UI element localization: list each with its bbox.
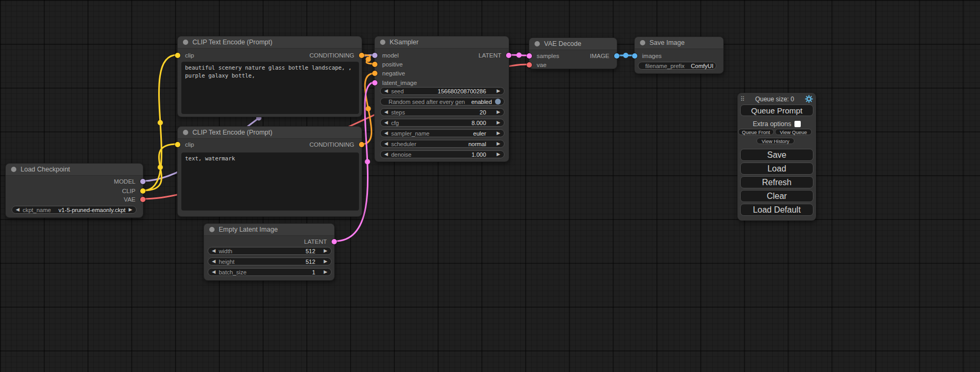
node-titlebar[interactable]: Load Checkpoint — [6, 164, 143, 176]
widget-random-seed-toggle[interactable]: Random seed after every gen enabled — [380, 98, 504, 106]
stepper-left-arrow-icon[interactable]: ◀ — [384, 131, 388, 136]
collapse-dot-icon[interactable] — [209, 227, 215, 232]
node-titlebar[interactable]: VAE Decode — [529, 38, 617, 50]
node-titlebar[interactable]: CLIP Text Encode (Prompt) — [178, 36, 362, 49]
widget-seed[interactable]: ◀ seed 156680208700286 ▶ — [380, 87, 504, 95]
node-titlebar[interactable]: Empty Latent Image — [204, 224, 334, 236]
link-midpoint-dot-cond_pos[interactable] — [366, 57, 371, 62]
stepper-left-arrow-icon[interactable]: ◀ — [384, 89, 388, 93]
port-dot-conditioning[interactable] — [359, 53, 364, 58]
node-clip-text-encode-negative[interactable]: CLIP Text Encode (Prompt) clip CONDITION… — [177, 126, 362, 217]
output-port-conditioning[interactable]: CONDITIONING — [178, 51, 362, 60]
input-port-negative[interactable]: negative — [375, 69, 509, 78]
widget-steps[interactable]: ◀ steps 20 ▶ — [380, 108, 504, 116]
input-port-images[interactable]: images — [635, 52, 723, 60]
node-titlebar[interactable]: CLIP Text Encode (Prompt) — [178, 127, 362, 139]
input-port-positive[interactable]: positive — [375, 60, 509, 69]
stepper-left-arrow-icon[interactable]: ◀ — [384, 110, 388, 115]
stepper-left-arrow-icon[interactable]: ◀ — [384, 152, 388, 157]
stepper-right-arrow-icon[interactable]: ▶ — [497, 131, 500, 136]
widget-denoise[interactable]: ◀ denoise 1.000 ▶ — [380, 150, 504, 158]
refresh-button[interactable]: Refresh — [740, 176, 813, 188]
port-dot-latent[interactable] — [332, 239, 337, 244]
node-empty-latent-image[interactable]: Empty Latent Image LATENT ◀ width 512 ▶ … — [203, 223, 335, 281]
link-midpoint-dot-latent[interactable] — [365, 159, 370, 165]
port-dot-image[interactable] — [614, 53, 619, 59]
queue-front-button[interactable]: Queue Front — [738, 129, 774, 135]
stepper-right-arrow-icon[interactable]: ▶ — [497, 141, 500, 146]
widget-batch-size[interactable]: ◀ batch_size 1 ▶ — [208, 268, 332, 276]
port-dot-positive[interactable] — [372, 62, 377, 67]
node-titlebar[interactable]: KSampler — [375, 36, 509, 49]
output-port-latent[interactable]: LATENT — [204, 237, 334, 246]
output-port-conditioning[interactable]: CONDITIONING — [178, 140, 362, 149]
prompt-textarea[interactable]: beautiful scenery nature glass bottle la… — [181, 62, 359, 114]
stepper-right-arrow-icon[interactable]: ▶ — [497, 89, 500, 93]
link-midpoint-dot-cond_neg[interactable] — [366, 106, 371, 111]
settings-gear-icon[interactable] — [805, 95, 813, 103]
stepper-left-arrow-icon[interactable]: ◀ — [212, 249, 216, 253]
collapse-dot-icon[interactable] — [640, 40, 645, 45]
drag-handle[interactable]: ⠿ — [740, 96, 744, 103]
link-midpoint-dot-ks_latent[interactable] — [517, 53, 522, 58]
link-midpoint-dot-clip_neg[interactable] — [158, 165, 163, 170]
stepper-left-arrow-icon[interactable]: ◀ — [384, 120, 388, 125]
port-dot-latent-image[interactable] — [372, 80, 377, 85]
stepper-left-arrow-icon[interactable]: ◀ — [384, 141, 388, 146]
stepper-right-arrow-icon[interactable]: ▶ — [497, 120, 500, 125]
collapse-dot-icon[interactable] — [535, 41, 540, 46]
widget-width[interactable]: ◀ width 512 ▶ — [208, 247, 332, 255]
port-dot-model[interactable] — [140, 179, 145, 184]
node-titlebar[interactable]: Save Image — [635, 37, 723, 49]
widget-scheduler[interactable]: ◀ scheduler normal ▶ — [380, 140, 504, 148]
widget-height[interactable]: ◀ height 512 ▶ — [208, 257, 332, 265]
widget-filename-prefix[interactable]: filename_prefix ComfyUI — [638, 62, 716, 70]
collapse-dot-icon[interactable] — [183, 40, 188, 45]
input-port-latent-image[interactable]: latent_image — [375, 79, 509, 87]
port-dot-latent[interactable] — [506, 53, 511, 58]
collapse-dot-icon[interactable] — [11, 167, 16, 172]
input-port-vae[interactable]: vae — [529, 61, 617, 69]
output-port-image[interactable]: IMAGE — [529, 52, 617, 60]
widget-cfg[interactable]: ◀ cfg 8.000 ▶ — [380, 119, 504, 127]
prompt-textarea[interactable]: text, watermark — [181, 152, 359, 211]
load-button[interactable]: Load — [740, 163, 813, 175]
view-history-button[interactable]: View History — [756, 138, 794, 144]
node-load-checkpoint[interactable]: Load Checkpoint MODEL CLIP VAE ◀ ckpt_na… — [5, 163, 143, 218]
node-clip-text-encode-positive[interactable]: CLIP Text Encode (Prompt) clip CONDITION… — [177, 36, 362, 117]
output-port-clip[interactable]: CLIP — [6, 187, 143, 195]
node-graph-canvas[interactable]: Load Checkpoint MODEL CLIP VAE ◀ ckpt_na… — [0, 0, 980, 372]
stepper-left-arrow-icon[interactable]: ◀ — [212, 259, 216, 264]
clear-button[interactable]: Clear — [740, 190, 813, 202]
port-dot-conditioning[interactable] — [359, 142, 364, 147]
output-port-model[interactable]: MODEL — [6, 177, 143, 186]
port-dot-negative[interactable] — [372, 71, 377, 76]
toggle-knob[interactable] — [495, 99, 501, 104]
stepper-right-arrow-icon[interactable]: ▶ — [497, 110, 500, 115]
view-queue-button[interactable]: View Queue — [775, 129, 812, 135]
port-dot-images[interactable] — [632, 53, 637, 59]
output-port-latent[interactable]: LATENT — [375, 51, 509, 60]
stepper-right-arrow-icon[interactable]: ▶ — [324, 270, 327, 274]
port-dot-clip[interactable] — [140, 188, 145, 194]
stepper-right-arrow-icon[interactable]: ▶ — [324, 259, 327, 264]
stepper-left-arrow-icon[interactable]: ◀ — [16, 207, 20, 212]
stepper-right-arrow-icon[interactable]: ▶ — [129, 207, 132, 212]
stepper-right-arrow-icon[interactable]: ▶ — [324, 249, 327, 253]
widget-sampler-name[interactable]: ◀ sampler_name euler ▶ — [380, 129, 504, 137]
extra-options-checkbox[interactable] — [794, 121, 801, 127]
node-save-image[interactable]: Save Image images filename_prefix ComfyU… — [634, 36, 724, 74]
node-vae-decode[interactable]: VAE Decode samples vae IMAGE — [529, 37, 617, 69]
stepper-right-arrow-icon[interactable]: ▶ — [497, 152, 500, 157]
queue-prompt-button[interactable]: Queue Prompt — [740, 104, 813, 116]
port-dot-vae[interactable] — [527, 62, 532, 68]
save-button[interactable]: Save — [740, 149, 813, 161]
widget-ckpt-name[interactable]: ◀ ckpt_name v1-5-pruned-emaonly.ckpt ▶ — [12, 206, 137, 214]
stepper-left-arrow-icon[interactable]: ◀ — [212, 270, 216, 274]
collapse-dot-icon[interactable] — [183, 130, 188, 135]
load-default-button[interactable]: Load Default — [740, 204, 813, 216]
node-ksampler[interactable]: KSampler model positive negative latent_… — [374, 36, 509, 162]
collapse-dot-icon[interactable] — [380, 40, 385, 45]
port-dot-vae[interactable] — [140, 197, 145, 202]
link-midpoint-dot-clip_pos[interactable] — [158, 120, 163, 126]
